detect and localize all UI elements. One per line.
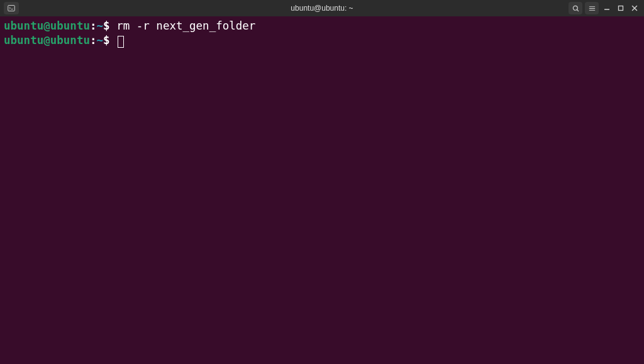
- window-titlebar: ubuntu@ubuntu: ~: [0, 0, 644, 16]
- svg-line-3: [577, 9, 578, 11]
- window-title: ubuntu@ubuntu: ~: [79, 4, 565, 13]
- terminal-line: ubuntu@ubuntu:~$ rm -r next_gen_folder: [4, 19, 640, 33]
- maximize-button[interactable]: [615, 3, 626, 14]
- new-tab-button[interactable]: [4, 2, 19, 14]
- svg-rect-8: [619, 6, 623, 11]
- prompt-user-host: ubuntu@ubuntu: [4, 19, 90, 32]
- menu-button[interactable]: [585, 2, 599, 14]
- prompt-colon: :: [90, 34, 97, 47]
- prompt-dollar: $: [103, 34, 116, 47]
- titlebar-left-controls: [4, 2, 79, 14]
- minimize-icon: [604, 5, 610, 11]
- search-button[interactable]: [569, 2, 582, 14]
- minimize-button[interactable]: [601, 3, 613, 14]
- command-text: rm -r next_gen_folder: [116, 19, 255, 32]
- maximize-icon: [618, 5, 624, 11]
- prompt-dollar: $: [103, 19, 116, 32]
- hamburger-icon: [589, 5, 596, 12]
- close-icon: [631, 5, 638, 11]
- terminal-body[interactable]: ubuntu@ubuntu:~$ rm -r next_gen_folder u…: [0, 16, 644, 50]
- search-icon: [572, 5, 579, 12]
- terminal-icon: [8, 4, 15, 12]
- prompt-user-host: ubuntu@ubuntu: [4, 34, 90, 47]
- prompt-path: ~: [97, 34, 104, 47]
- terminal-cursor: [118, 36, 124, 48]
- close-button[interactable]: [629, 3, 640, 14]
- titlebar-right-controls: [565, 2, 640, 14]
- prompt-path: ~: [97, 19, 104, 32]
- svg-rect-0: [8, 6, 15, 11]
- terminal-line: ubuntu@ubuntu:~$: [4, 33, 640, 48]
- prompt-colon: :: [90, 19, 97, 32]
